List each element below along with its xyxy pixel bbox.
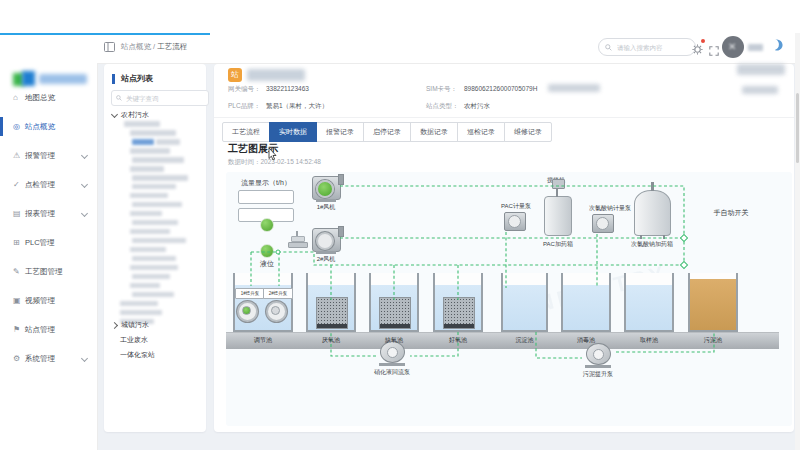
tank-label: 厌氧池 [322, 336, 340, 345]
level-label: 液位 [260, 259, 274, 269]
tree-item-redacted[interactable] [112, 256, 202, 262]
sidebar: ⌂地图总览◎站点概览⚠报警管理✓点检管理▤报表管理⊞PLC管理✎工艺图管理▣视频… [0, 33, 98, 450]
tree-search[interactable] [111, 90, 209, 106]
chevron-down-icon [81, 210, 88, 217]
station-field: 站点类型：农村污水 [426, 101, 608, 110]
station-name-redacted [247, 69, 305, 81]
record-tabs: 工艺流程实时数据报警记录启停记录数据记录巡检记录维修记录 [222, 122, 552, 142]
redacted-text [130, 265, 178, 271]
sidebar-item-report[interactable]: ▤报表管理 [0, 199, 97, 228]
sidebar-item-label: PLC管理 [25, 238, 55, 248]
tank-label: 取样池 [640, 336, 658, 345]
global-search-input[interactable] [615, 43, 685, 52]
redacted-text [132, 220, 178, 226]
tab-6[interactable]: 维修记录 [504, 122, 552, 142]
tree-item-redacted[interactable] [112, 310, 202, 316]
tree-item-redacted[interactable] [112, 139, 202, 145]
redacted-text [132, 256, 176, 262]
tree-item-redacted[interactable] [112, 148, 202, 154]
sidebar-item-video[interactable]: ▣视频管理 [0, 286, 97, 315]
sidebar-item-station[interactable]: ⚑站点管理 [0, 315, 97, 344]
redacted-text [132, 292, 174, 298]
tree-item-redacted[interactable] [112, 202, 202, 208]
tree-item-redacted[interactable] [112, 166, 202, 172]
scrollbar-thumb[interactable] [796, 93, 799, 163]
tree-item-redacted[interactable] [112, 229, 202, 235]
fullscreen-icon[interactable] [709, 42, 719, 52]
tree-node-1[interactable]: 工业废水 [112, 335, 155, 345]
sidebar-item-alarm[interactable]: ⚠报警管理 [0, 141, 97, 170]
redacted-text [130, 283, 160, 289]
station-badge: 站 [228, 68, 242, 82]
tree-item-redacted[interactable] [112, 121, 202, 127]
lift-pump-1-label: 1#提升泵 [235, 288, 265, 299]
sidebar-collapse-icon[interactable] [104, 42, 115, 52]
fan-2-label: 2#风机 [317, 255, 336, 264]
tab-0[interactable]: 工艺流程 [222, 122, 270, 142]
settings-gear-icon[interactable] [692, 41, 703, 52]
sidebar-item-map-overview[interactable]: ⌂地图总览 [0, 83, 97, 112]
level-indicator [260, 244, 274, 258]
flow-display-label: 流量显示（t/h） [241, 178, 291, 188]
tree-item-redacted[interactable] [112, 265, 202, 271]
tree-item-redacted[interactable] [112, 238, 202, 244]
tree-search-input[interactable] [124, 94, 198, 103]
process-diagram-icon: ✎ [13, 268, 25, 276]
tree-node-2[interactable]: 一体化泵站 [112, 350, 155, 360]
caret-right-icon[interactable] [111, 321, 118, 328]
tree-item-redacted[interactable] [112, 157, 202, 163]
tree-item-redacted[interactable] [112, 175, 202, 181]
status-indicator-1 [260, 218, 274, 232]
tree-item-redacted[interactable] [112, 247, 202, 253]
breadcrumb-current: 工艺流程 [157, 42, 187, 51]
page-scrollbar[interactable] [795, 33, 800, 450]
sidebar-item-system[interactable]: ⚙系统管理 [0, 344, 97, 373]
tree-item-redacted[interactable] [112, 220, 202, 226]
tree-item-redacted[interactable] [112, 301, 202, 307]
sidebar-item-inspection[interactable]: ✓点检管理 [0, 170, 97, 199]
sidebar-item-label: 报表管理 [25, 209, 55, 219]
tab-5[interactable]: 巡检记录 [457, 122, 505, 142]
tree-item-redacted[interactable] [112, 283, 202, 289]
tree-bottom-groups: 城镇污水工业废水一体化泵站 [112, 320, 155, 360]
global-search[interactable] [598, 38, 696, 56]
naclo-tank-label: 次氯酸钠加药箱 [631, 240, 673, 249]
sidebar-item-site-overview[interactable]: ◎站点概览 [0, 112, 97, 141]
sidebar-item-label: 系统管理 [25, 354, 55, 364]
app-window: ⌂地图总览◎站点概览⚠报警管理✓点检管理▤报表管理⊞PLC管理✎工艺图管理▣视频… [0, 0, 800, 450]
sidebar-item-plc[interactable]: ⊞PLC管理 [0, 228, 97, 257]
notification-dot [701, 39, 705, 43]
tree-item-redacted[interactable] [112, 130, 202, 136]
tank-label: 消毒池 [577, 336, 595, 345]
tree-node-label: 工业废水 [120, 335, 148, 345]
tree-item-redacted[interactable] [112, 193, 202, 199]
system-icon: ⚙ [13, 355, 25, 363]
tree-item-redacted[interactable] [112, 292, 202, 298]
tab-4[interactable]: 数据记录 [410, 122, 458, 142]
sidebar-item-process-diagram[interactable]: ✎工艺图管理 [0, 257, 97, 286]
tab-2[interactable]: 报警记录 [316, 122, 364, 142]
tree-item-redacted[interactable] [112, 211, 202, 217]
username-redacted [748, 44, 763, 51]
site-list-title: 站点列表 [112, 74, 153, 84]
tab-3[interactable]: 启停记录 [363, 122, 411, 142]
sidebar-item-label: 视频管理 [25, 296, 55, 306]
inspection-icon: ✓ [13, 181, 25, 189]
redacted-text [548, 84, 600, 92]
tree-item-redacted[interactable] [112, 274, 202, 280]
reflux-pump-label: 硝化液回流泵 [374, 368, 410, 377]
caret-down-icon[interactable] [111, 110, 118, 117]
redacted-text [120, 301, 158, 307]
tree-item-selected[interactable] [132, 139, 154, 145]
fan-2-icon [312, 228, 341, 252]
diffuser-grid [316, 297, 348, 329]
search-icon [116, 95, 122, 101]
tab-1[interactable]: 实时数据 [269, 122, 317, 142]
tree-item-redacted[interactable] [112, 184, 202, 190]
tree-node-0[interactable]: 城镇污水 [112, 320, 155, 330]
breadcrumb-parent[interactable]: 站点概览 [121, 42, 151, 51]
redacted-text [120, 310, 162, 316]
user-avatar[interactable] [722, 36, 744, 58]
sidebar-item-label: 报警管理 [25, 151, 55, 161]
tree-node-rural-sewage[interactable]: 农村污水 [112, 110, 149, 120]
